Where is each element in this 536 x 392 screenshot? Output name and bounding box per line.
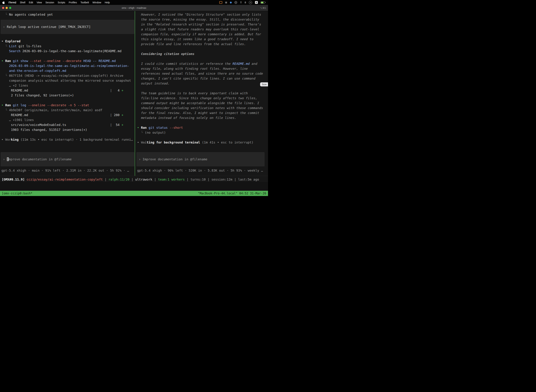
agents-summary: └ No agents completed yet <box>1 12 135 17</box>
close-button[interactable] <box>2 7 4 9</box>
left-transcript: • Explored └ List git ls-files Search 20… <box>1 39 135 142</box>
terminal-line: and-the-erosion-of-copyleft.md <box>1 68 135 73</box>
dark-circle-app-icon[interactable] <box>234 1 237 4</box>
text-segment: I <box>7 157 9 161</box>
text-segment: king <box>11 138 19 141</box>
terminal-line: README.md | 280 + <box>1 112 135 117</box>
text-segment: --stat --oneline --decorate <box>30 59 81 63</box>
dots-grid-icon[interactable]: ⠿ <box>240 1 242 4</box>
text-segment: [OMX#0.11.9] <box>2 177 25 181</box>
text-segment: 4b9d30f (origin/main, instructkr/main, m… <box>9 108 102 112</box>
text-segment: Ran <box>141 126 147 129</box>
thinking-paragraph: The team guideline is to back every impo… <box>137 91 265 120</box>
left-pane[interactable]: └ No agents completed yet › Ralph loop a… <box>0 11 135 176</box>
menu-item-iterm2[interactable]: iTerm2 <box>9 1 16 4</box>
right-session-status-line: gpt-5.4 xhigh · 96% left · 520K in · 5.8… <box>137 168 265 173</box>
bottom-gap <box>0 182 268 191</box>
glyph-eight-icon[interactable]: 8 <box>245 1 246 4</box>
text-segment: 2026-03-09-is-legal-the-same-as-legitima… <box>9 64 129 68</box>
terminal-line: src/voice/voiceModeEnabled.ts | 54 + <box>1 122 135 127</box>
text-segment: 2 files changed, 92 insertions(+) <box>1 93 74 97</box>
left-prompt-input[interactable]: › Improve documentation in @filename <box>1 152 134 166</box>
apple-menu[interactable] <box>2 1 5 4</box>
text-segment: I could cite commit statistics or refere… <box>141 62 232 65</box>
text-segment: + <box>121 113 124 117</box>
menu-item-scripts[interactable]: Scripts <box>58 1 65 4</box>
text-segment: src/voice/voiceModeEnabled.ts <box>1 123 66 127</box>
text-segment: + <box>121 123 124 127</box>
text-segment: git status <box>148 126 170 129</box>
screen-edge-button[interactable]: Scre <box>260 82 268 86</box>
text-segment: | <box>185 177 191 181</box>
tmux-session-window-label[interactable]: [omx-cczip0:bash* <box>2 191 32 195</box>
text-segment: | <box>110 123 112 127</box>
text-segment: (no output) <box>145 131 166 134</box>
text-segment: Improve documentation in @filename <box>143 157 207 161</box>
text-segment: … +1901 lines <box>1 118 34 122</box>
right-transcript: • Ran git status --short └ (no output) •… <box>137 125 265 145</box>
terminal-line: README.md | 4 + <box>1 88 135 93</box>
text-segment: (1m 41s • esc to interrupt) <box>200 140 254 144</box>
text-segment: git ls-files <box>17 44 42 48</box>
tmux-host-datetime: "MacBook-Pro-44.local" 04:52 31-Mar-26 <box>198 191 266 195</box>
screen-recording-indicator-icon[interactable] <box>219 1 222 4</box>
terminal-line <box>137 135 265 140</box>
right-pane[interactable]: However, I noticed the "Directory Struct… <box>135 11 268 176</box>
text-segment <box>11 59 13 63</box>
text-segment: mprove documentation in @filename <box>9 157 72 161</box>
text-segment: • <box>137 140 141 144</box>
terminal-line <box>1 98 135 103</box>
battery-percent-badge-icon[interactable]: .61 <box>249 1 252 4</box>
text-segment: Wor <box>5 138 11 141</box>
left-session-status-line: gpt-5.4 xhigh · main · 91% left · 2.31M … <box>1 168 135 173</box>
text-segment: + <box>121 89 124 92</box>
text-segment: last:5m ago <box>238 177 259 181</box>
menu-item-view[interactable]: View <box>37 1 42 4</box>
iterm2-window: iTerm2 Shell Edit View Session Scripts P… <box>0 0 268 196</box>
text-segment: | <box>110 113 112 117</box>
text-segment: The team guideline is to back every impo… <box>141 91 263 120</box>
terminal-line <box>1 132 135 137</box>
text-segment <box>1 49 9 53</box>
window-shortcut-badge: ⌥⌘1 <box>260 5 266 11</box>
text-segment: README.md <box>1 113 28 117</box>
battery-level <box>261 2 263 3</box>
terminal-line: └ No agents completed yet <box>1 12 135 17</box>
text-segment: • <box>137 126 141 129</box>
menu-item-session[interactable]: Session <box>45 1 54 4</box>
zoom-button[interactable] <box>9 7 11 9</box>
text-segment: • <box>1 59 5 63</box>
text-segment: List <box>9 44 17 48</box>
menu-item-help[interactable]: Help <box>105 1 110 4</box>
text-segment: └ <box>137 131 145 134</box>
minimize-button[interactable] <box>6 7 8 9</box>
menu-item-window[interactable]: Window <box>92 1 101 4</box>
input-source-icon[interactable]: A <box>255 1 258 4</box>
ralph-loop-banner: › Ralph loop active continue [OMX_TMUX_I… <box>1 20 134 34</box>
text-segment: Ran <box>5 59 11 63</box>
text-segment: and-the-erosion-of-copyleft.md <box>9 69 66 73</box>
text-segment: Search <box>9 49 20 53</box>
text-segment: 4 <box>112 89 121 92</box>
terminal-line: • Ran git show --stat --oneline --decora… <box>1 58 135 63</box>
battery-icon[interactable] <box>261 1 265 4</box>
window-title-bar[interactable]: omx --xhigh --madmax ⌥⌘1 <box>0 5 268 11</box>
blue-app-icon[interactable] <box>230 1 232 4</box>
menu-item-edit[interactable]: Edit <box>29 1 33 4</box>
ralph-loop-text: › Ralph loop active continue [OMX_TMUX_I… <box>3 24 132 29</box>
right-prompt-input[interactable]: › Improve documentation in @filename <box>136 152 264 166</box>
menu-item-shell[interactable]: Shell <box>20 1 25 4</box>
text-segment: Considering citation options <box>141 52 194 56</box>
text-segment: 2026-03-09-is-legal-the-same-as-legitima… <box>20 49 121 53</box>
text-segment: companion analysis without altering the … <box>1 79 131 82</box>
menu-item-toolbelt[interactable]: Toolbelt <box>81 1 89 4</box>
menu-item-profiles[interactable]: Profiles <box>69 1 77 4</box>
keyboard-grid-icon[interactable]: ⊞ <box>225 1 227 4</box>
text-segment: ting for background terminal <box>147 140 200 144</box>
text-segment: | <box>129 177 135 181</box>
text-segment: Ran <box>5 103 11 107</box>
text-segment <box>66 123 110 127</box>
terminal-line: • Ran git status --short <box>137 125 265 130</box>
terminal-line: • Waiting for background terminal (1m 41… <box>137 140 265 145</box>
text-segment: | <box>110 89 112 92</box>
